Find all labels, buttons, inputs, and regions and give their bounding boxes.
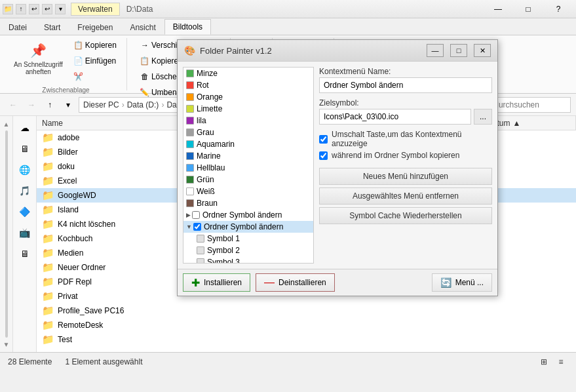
dialog-title-bar: 🎨 Folder Painter v1.2 — □ ✕ <box>178 40 497 62</box>
tree-item[interactable]: Hellblau <box>183 162 313 174</box>
tree-item[interactable]: Symbol 1 <box>183 233 313 245</box>
tree-item-label: Orange <box>197 92 223 102</box>
tree-item[interactable]: Grün <box>183 174 313 186</box>
tree-item[interactable]: ▼Ordner Symbol ändern <box>183 221 313 233</box>
large-icons-view-button[interactable]: ⊞ <box>537 355 551 369</box>
title-bar-icons: 📁 ↑ ↩ ↩ ▾ <box>3 4 66 14</box>
paste-button[interactable]: 📄 Einfügen <box>69 54 121 68</box>
move-icon: → <box>140 40 150 50</box>
scroll-down-btn[interactable]: ▼ <box>1 339 12 349</box>
context-input[interactable] <box>319 77 492 93</box>
tree-item[interactable]: Limette <box>183 103 313 115</box>
tab-freigeben[interactable]: Freigeben <box>69 20 121 35</box>
tree-item[interactable]: Orange <box>183 91 313 103</box>
sidebar-item-extra2[interactable]: 📺 <box>16 224 34 242</box>
tab-bildtools[interactable]: Bildtools <box>164 19 211 35</box>
pin-button[interactable]: 📌 An Schnellzugriffanheften <box>10 38 66 77</box>
undo-icon[interactable]: ↩ <box>29 4 39 14</box>
expand-button[interactable]: ▾ <box>60 97 76 113</box>
dialog-title-text: Folder Painter v1.2 <box>200 46 420 56</box>
tree-item[interactable]: Symbol 2 <box>183 245 313 256</box>
paste-label: Einfügen <box>85 56 116 66</box>
dialog-left-panel: MinzeRotOrangeLimettelilaGrauAquamarinMa… <box>183 67 314 264</box>
copy-button[interactable]: 📋 Kopieren <box>69 38 121 52</box>
file-icon: 📁 <box>42 319 54 331</box>
sidebar-music[interactable]: 🎵 <box>16 182 34 200</box>
checkbox-copy[interactable] <box>319 151 328 160</box>
color-tree[interactable]: MinzeRotOrangeLimettelilaGrauAquamarinMa… <box>183 67 314 264</box>
browse-button[interactable]: ... <box>474 109 492 125</box>
tree-item[interactable]: Aquamarin <box>183 138 313 150</box>
ribbon-tabs: Datei Start Freigeben Ansicht Bildtools <box>0 18 576 35</box>
checkbox-shift[interactable] <box>319 135 328 144</box>
tree-item-label: Symbol 1 <box>207 234 240 243</box>
list-item[interactable]: 📁 RemoteDesk <box>37 318 576 332</box>
scroll-up-btn[interactable]: ▲ <box>1 119 12 129</box>
file-name: RemoteDesk <box>58 321 571 330</box>
tab-datei[interactable]: Datei <box>0 20 35 35</box>
tree-item[interactable]: Symbol 3 <box>183 256 313 264</box>
tree-item[interactable]: Marine <box>183 150 313 162</box>
cut-button[interactable]: ✂️ <box>69 69 121 84</box>
uninstall-button[interactable]: — Deinstallieren <box>256 273 335 292</box>
window-controls: — □ ? <box>483 0 573 18</box>
remove-menu-button[interactable]: Ausgewähltes Menü entfernen <box>319 187 492 205</box>
tree-item-label: Rot <box>197 81 209 90</box>
tree-item-label: Aquamarin <box>197 140 235 149</box>
tree-item-label: lila <box>197 116 206 125</box>
sidebar-computer[interactable]: 🖥 <box>16 140 34 158</box>
tab-start[interactable]: Start <box>35 20 69 35</box>
sidebar-item-extra[interactable]: 🔷 <box>16 203 34 221</box>
dialog-minimize-button[interactable]: — <box>427 44 444 57</box>
copy-label: Kopieren <box>85 41 117 50</box>
title-help-button[interactable]: ? <box>543 0 573 18</box>
install-icon: ✚ <box>191 277 200 289</box>
file-icon: 📁 <box>42 204 54 216</box>
tree-item[interactable]: Rot <box>183 79 313 91</box>
list-item[interactable]: 📁 Profile_Save PC16 <box>37 304 576 318</box>
forward-button[interactable]: → <box>24 97 39 113</box>
tree-item-label: Symbol 3 <box>207 258 240 264</box>
tree-item[interactable]: lila <box>183 115 313 127</box>
title-path: D:\Data <box>126 5 153 14</box>
tree-item[interactable]: Braun <box>183 197 313 209</box>
sidebar-globe[interactable]: 🌐 <box>16 161 34 179</box>
left-icons-panel: ☁ 🖥 🌐 🎵 🔷 📺 🖥 <box>13 116 37 352</box>
checkbox-label-1: Umschalt Taste,um das Kontextmenü anzuze… <box>332 130 492 148</box>
tree-item-label: Marine <box>197 151 221 161</box>
tab-ansicht[interactable]: Ansicht <box>121 20 164 35</box>
tree-item[interactable]: Grau <box>183 127 313 138</box>
tree-item[interactable]: Weiß <box>183 186 313 197</box>
file-name: Profile_Save PC16 <box>58 306 571 315</box>
tree-item[interactable]: ▶Ordner Symbol ändern <box>183 209 313 221</box>
back-button[interactable]: ← <box>5 97 21 113</box>
up-button[interactable]: ↑ <box>42 97 58 113</box>
dialog-close-button[interactable]: ✕ <box>474 44 491 57</box>
quick-access-icon[interactable]: 📁 <box>3 4 13 14</box>
file-icon: 📁 <box>42 305 54 317</box>
target-label: Zielsymbol: <box>319 98 492 108</box>
target-input[interactable] <box>319 109 471 125</box>
title-minimize-button[interactable]: — <box>483 0 513 18</box>
list-item[interactable]: 📁 Test <box>37 332 576 347</box>
sidebar-item-extra3[interactable]: 🖥 <box>16 245 34 263</box>
file-icon: 📁 <box>42 247 54 259</box>
title-maximize-button[interactable]: □ <box>513 0 543 18</box>
up-icon[interactable]: ↑ <box>16 4 26 14</box>
file-name: Test <box>58 335 571 344</box>
menu-button[interactable]: 🔄 Menü ... <box>432 273 492 292</box>
install-button[interactable]: ✚ Installieren <box>183 273 250 292</box>
cut-icon: ✂️ <box>73 71 84 82</box>
redo-icon[interactable]: ↩ <box>42 4 52 14</box>
sidebar-onedrive[interactable]: ☁ <box>16 119 34 137</box>
custom-icon[interactable]: ▾ <box>55 4 66 14</box>
tree-item-label: Limette <box>197 104 222 113</box>
ribbon-group-items-zwischenablage: 📌 An Schnellzugriffanheften 📋 Kopieren 📄… <box>10 38 121 84</box>
details-view-button[interactable]: ≡ <box>554 355 568 369</box>
ribbon-group-zwischenablage: 📌 An Schnellzugriffanheften 📋 Kopieren 📄… <box>5 38 127 90</box>
restore-cache-button[interactable]: Symbol Cache Wiederherstellen <box>319 207 492 224</box>
tree-item[interactable]: Minze <box>183 68 313 79</box>
title-bar: 📁 ↑ ↩ ↩ ▾ Verwalten D:\Data — □ ? <box>0 0 576 18</box>
dialog-maximize-button[interactable]: □ <box>450 44 467 57</box>
add-menu-button[interactable]: Neues Menü hinzufügen <box>319 168 492 185</box>
